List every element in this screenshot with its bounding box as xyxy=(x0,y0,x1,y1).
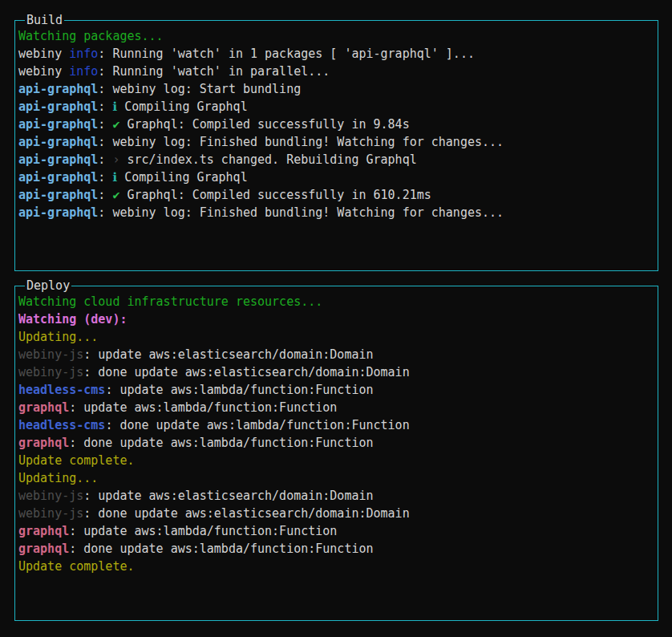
log-line: api-graphql: ✔ Graphql: Compiled success… xyxy=(18,186,654,204)
log-line: api-graphql: webiny log: Finished bundli… xyxy=(18,204,654,221)
log-line: graphql: update aws:lambda/function:Func… xyxy=(18,399,654,416)
log-line: webiny info: Running 'watch' in 1 packag… xyxy=(18,45,654,63)
log-text: : done update aws:elasticsearch/domain:D… xyxy=(83,506,409,521)
package-label: graphql xyxy=(18,542,69,556)
log-line: Watching (dev): xyxy=(18,310,654,328)
package-label: api-graphql xyxy=(18,117,98,132)
log-text: : Running 'watch' in parallel... xyxy=(98,64,330,79)
log-text: webiny xyxy=(18,47,69,61)
log-text: : xyxy=(98,99,112,114)
log-text: : xyxy=(98,117,112,132)
log-text: : xyxy=(98,152,112,167)
package-label: webiny-js xyxy=(18,347,83,362)
log-line: graphql: done update aws:lambda/function… xyxy=(18,540,654,558)
log-text: : done update aws:lambda/function:Functi… xyxy=(69,436,373,450)
package-label: headless-cms xyxy=(18,418,105,432)
package-label: api-graphql xyxy=(18,135,98,149)
terminal-screen: Build Watching packages...webiny info: R… xyxy=(0,0,672,637)
status-text: Updating... xyxy=(18,330,98,344)
log-text: : update aws:lambda/function:Function xyxy=(69,400,337,415)
log-line: api-graphql: ✔ Graphql: Compiled success… xyxy=(18,116,654,133)
log-text: : done update aws:elasticsearch/domain:D… xyxy=(83,365,409,379)
deploy-panel-title: Deploy xyxy=(25,278,71,294)
log-text: : xyxy=(98,188,112,202)
log-line: headless-cms: done update aws:lambda/fun… xyxy=(18,416,654,434)
log-line: webiny-js: done update aws:elasticsearch… xyxy=(18,363,654,381)
status-text: Watching cloud infrastructure resources.… xyxy=(18,294,322,309)
log-line: webiny-js: update aws:elasticsearch/doma… xyxy=(18,346,654,363)
log-line: webiny-js: update aws:elasticsearch/doma… xyxy=(18,487,654,505)
package-label: api-graphql xyxy=(18,205,98,220)
status-text: Watching packages... xyxy=(18,29,164,43)
status-text: Updating... xyxy=(18,471,98,485)
package-label: api-graphql xyxy=(18,99,98,114)
log-line: Update complete. xyxy=(18,558,654,575)
log-text: Graphql: Compiled successfully in 610.21… xyxy=(119,188,431,202)
package-label: webiny-js xyxy=(18,365,83,379)
log-text: : webiny log: Finished bundling! Watchin… xyxy=(98,135,504,149)
log-text: : update aws:lambda/function:Function xyxy=(105,383,373,397)
log-level-label: info xyxy=(69,47,98,61)
package-label: api-graphql xyxy=(18,152,98,167)
log-text: Compiling Graphql xyxy=(117,99,248,114)
log-line: api-graphql: › src/index.ts changed. Reb… xyxy=(18,151,654,168)
log-line: Watching cloud infrastructure resources.… xyxy=(18,293,654,310)
log-line: api-graphql: ℹ Compiling Graphql xyxy=(18,98,654,116)
log-line: headless-cms: update aws:lambda/function… xyxy=(18,381,654,399)
log-text: webiny xyxy=(18,64,69,79)
status-text: Update complete. xyxy=(18,559,135,574)
log-line: api-graphql: webiny log: Start bundling xyxy=(18,80,654,98)
log-text: Graphql: Compiled successfully in 9.84s xyxy=(119,117,409,132)
log-line: webiny-js: done update aws:elasticsearch… xyxy=(18,505,654,522)
status-text: Update complete. xyxy=(18,453,135,468)
package-label: api-graphql xyxy=(18,170,98,185)
package-label: graphql xyxy=(18,524,69,538)
log-text: : webiny log: Start bundling xyxy=(98,82,301,96)
log-text: src/index.ts changed. Rebuilding Graphql xyxy=(119,152,416,167)
log-line: Updating... xyxy=(18,328,654,346)
log-text: : webiny log: Finished bundling! Watchin… xyxy=(98,205,504,220)
build-panel: Build Watching packages...webiny info: R… xyxy=(14,20,658,271)
build-panel-title: Build xyxy=(25,12,64,28)
log-line: Update complete. xyxy=(18,452,654,469)
log-level-label: info xyxy=(69,64,98,79)
log-text: : update aws:elasticsearch/domain:Domain xyxy=(83,347,373,362)
log-text: : Running 'watch' in 1 packages [ 'api-g… xyxy=(98,47,475,61)
log-line: Updating... xyxy=(18,469,654,487)
log-line: api-graphql: webiny log: Finished bundli… xyxy=(18,133,654,151)
build-log: Watching packages...webiny info: Running… xyxy=(15,21,658,221)
package-label: graphql xyxy=(18,436,69,450)
env-label: Watching (dev): xyxy=(18,312,127,327)
log-text: : update aws:lambda/function:Function xyxy=(69,524,337,538)
package-label: webiny-js xyxy=(18,506,83,521)
log-line: graphql: done update aws:lambda/function… xyxy=(18,434,654,452)
package-label: graphql xyxy=(18,400,69,415)
package-label: api-graphql xyxy=(18,188,98,202)
log-line: webiny info: Running 'watch' in parallel… xyxy=(18,63,654,80)
log-text: : update aws:elasticsearch/domain:Domain xyxy=(83,489,373,503)
package-label: webiny-js xyxy=(18,489,83,503)
log-line: graphql: update aws:lambda/function:Func… xyxy=(18,522,654,540)
log-text: Compiling Graphql xyxy=(117,170,248,185)
package-label: api-graphql xyxy=(18,82,98,96)
log-line: api-graphql: ℹ Compiling Graphql xyxy=(18,168,654,186)
deploy-log: Watching cloud infrastructure resources.… xyxy=(15,286,658,575)
package-label: headless-cms xyxy=(18,383,105,397)
log-text: : done update aws:lambda/function:Functi… xyxy=(105,418,409,432)
log-line: Watching packages... xyxy=(18,27,654,45)
log-text: : xyxy=(98,170,112,185)
log-text: : done update aws:lambda/function:Functi… xyxy=(69,542,373,556)
deploy-panel: Deploy Watching cloud infrastructure res… xyxy=(14,286,658,621)
